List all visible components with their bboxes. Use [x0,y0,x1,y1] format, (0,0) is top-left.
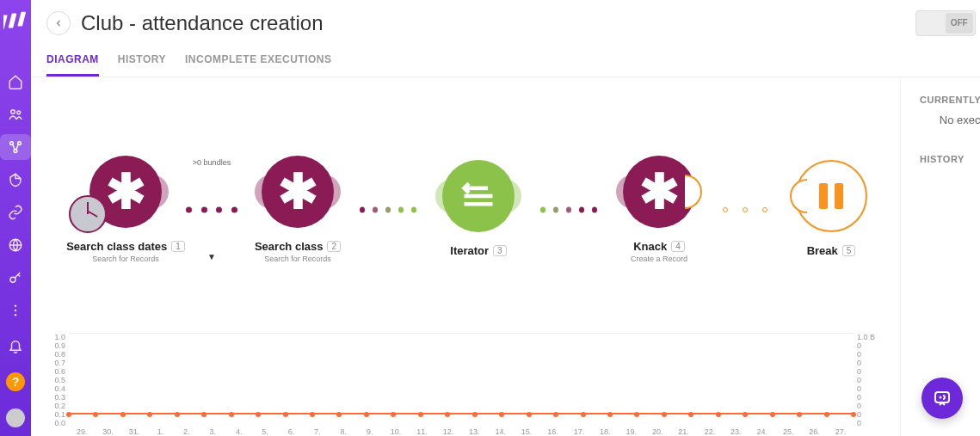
y-axis-right: 1.0 B0000000000 [857,333,883,415]
module-index: 5 [842,245,856,256]
connector-2-3[interactable] [367,174,410,246]
currently-running-header: CURRENTLY RUNNING [920,95,980,105]
pause-icon [819,183,843,209]
svg-rect-13 [935,392,949,402]
nav-templates[interactable] [0,167,31,193]
back-button[interactable] [46,11,71,35]
running-message: No execution is currently running [920,114,980,126]
module-circle: ✱ [623,156,695,228]
help-fab[interactable] [921,378,963,419]
module-index: 4 [671,241,685,252]
module-title: Search class dates [66,240,167,253]
chart-line [69,413,854,415]
svg-point-14 [940,397,941,398]
module-title: Knack [633,240,667,253]
nav-connections[interactable] [0,200,31,225]
app-sidebar: ? [0,0,31,436]
nav-notifications[interactable] [0,333,31,359]
nav-team[interactable] [0,101,31,127]
nav-more[interactable] [0,298,31,323]
connector-3-4[interactable] [547,174,590,246]
page-title: Club - attendance creation [81,11,915,35]
scenario-diagram[interactable]: ✱ Search class dates1 Search for Records… [31,86,900,333]
asterisk-icon: ✱ [106,168,146,216]
nav-help[interactable]: ? [0,369,31,395]
svg-point-11 [15,310,16,311]
filter-label: >0 bundles [193,158,231,167]
header: Club - attendance creation OFF Edit Opti… [31,0,980,46]
svg-point-9 [10,278,15,283]
currently-running-section: CURRENTLY RUNNING No execution is curren… [920,95,980,126]
toggle-off-label: OFF [946,13,973,34]
nav-home[interactable] [0,68,31,94]
make-logo[interactable] [3,10,28,30]
svg-rect-2 [17,11,26,26]
module-title: Search class [255,240,324,253]
module-title: Break [807,244,838,257]
module-break[interactable]: Break5 [762,160,900,259]
tab-bar: DIAGRAM HISTORY INCOMPLETE EXECUTIONS [31,46,980,77]
svg-rect-1 [9,13,17,28]
svg-point-12 [15,315,16,316]
svg-point-5 [10,141,14,144]
nav-keys[interactable] [0,265,31,291]
history-section: HISTORY [920,152,980,166]
tab-history[interactable]: HISTORY [118,53,166,77]
module-subtitle: Create a Record [631,255,687,263]
module-circle: ✱ [89,156,162,228]
filter-icon[interactable]: ▼ [207,252,216,261]
module-circle: ✱ [262,156,334,228]
usage-chart: 1.00.90.80.70.60.50.40.30.20.10.0 1.0 B0… [31,333,900,436]
scenario-toggle[interactable]: OFF [915,10,976,36]
module-index: 1 [171,241,185,252]
svg-point-4 [17,111,21,114]
x-axis: 29.30.31.1.2.3.4.5.6.7.8.9.10.11.12.13.1… [69,427,854,436]
module-search-class-dates[interactable]: ✱ Search class dates1 Search for Records [57,156,194,263]
module-subtitle: Search for Records [92,255,159,263]
canvas-area: ✱ Search class dates1 Search for Records… [31,77,900,436]
nav-profile[interactable] [0,405,31,431]
y-axis-left: 1.00.90.80.70.60.50.40.30.20.10.0 [45,333,65,415]
asterisk-icon: ✱ [278,168,318,216]
svg-point-6 [18,141,22,144]
module-iterator[interactable]: Iterator3 [410,160,547,259]
module-circle [442,160,515,232]
nav-scenarios[interactable] [0,134,31,160]
svg-point-10 [15,305,16,307]
module-subtitle: Search for Records [264,255,331,263]
module-knack[interactable]: ✱ Knack4 Create a Record [590,156,728,263]
main-area: Club - attendance creation OFF Edit Opti… [31,0,980,436]
connector-4-5[interactable] [728,174,762,246]
history-header: HISTORY [920,154,965,164]
iterator-icon [459,177,497,215]
tab-incomplete[interactable]: INCOMPLETE EXECUTIONS [185,53,332,77]
chart-plot [69,333,854,415]
module-search-class[interactable]: ✱ Search class2 Search for Records [229,156,367,263]
tab-diagram[interactable]: DIAGRAM [46,53,99,77]
module-title: Iterator [450,244,489,257]
module-index: 2 [327,241,341,252]
svg-rect-0 [3,15,8,29]
module-circle [795,160,867,232]
nav-webhooks[interactable] [0,232,31,258]
connector-1-2[interactable]: >0 bundles ▼ [194,174,229,246]
module-index: 3 [493,245,507,256]
svg-point-3 [11,109,15,114]
asterisk-icon: ✱ [639,168,680,216]
schedule-icon[interactable] [69,195,107,233]
